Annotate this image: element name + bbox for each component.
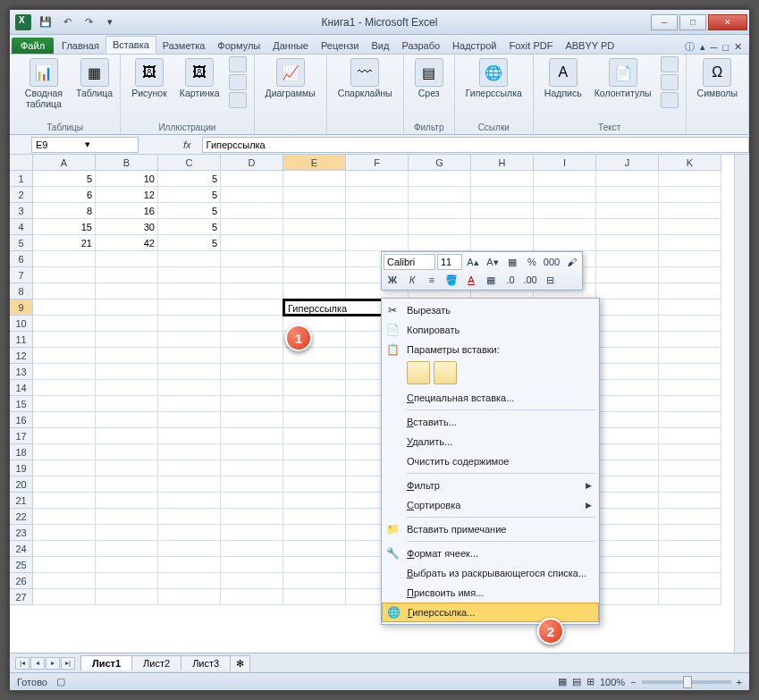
col-header-A[interactable]: A (33, 155, 96, 171)
cell[interactable] (221, 460, 283, 477)
col-header-K[interactable]: K (659, 155, 721, 171)
cell[interactable] (659, 283, 721, 299)
cell[interactable] (96, 299, 158, 316)
cell[interactable] (221, 316, 283, 332)
cell[interactable] (596, 219, 659, 235)
font-size-selector[interactable]: 11 (437, 254, 462, 270)
cell[interactable] (221, 299, 283, 316)
row-header-23[interactable]: 23 (10, 525, 33, 541)
cell[interactable] (659, 187, 721, 203)
col-header-D[interactable]: D (221, 155, 283, 171)
row-header-27[interactable]: 27 (10, 589, 33, 605)
cell[interactable] (596, 380, 659, 396)
cell[interactable] (409, 187, 471, 203)
cell[interactable] (96, 332, 158, 348)
cell[interactable] (659, 235, 721, 251)
cell[interactable] (221, 573, 283, 589)
cell[interactable] (96, 283, 158, 299)
context-menu-item[interactable]: 🔧Формат ячеек... (382, 544, 599, 563)
tab-insert[interactable]: Вставка (105, 36, 156, 54)
formula-input[interactable]: Гиперссылка (202, 137, 749, 153)
cell[interactable] (96, 477, 158, 493)
row-header-11[interactable]: 11 (10, 332, 33, 348)
zoom-out-icon[interactable]: − (630, 677, 636, 687)
cell[interactable] (158, 267, 221, 283)
cell[interactable] (283, 364, 346, 380)
format-painter-icon[interactable]: 🖌 (562, 254, 580, 270)
select-all-cell[interactable] (10, 155, 33, 171)
cell[interactable] (96, 541, 158, 557)
cell[interactable] (96, 573, 158, 589)
macro-record-icon[interactable]: ▢ (56, 676, 65, 687)
cell[interactable] (33, 460, 96, 477)
cell[interactable]: 15 (33, 219, 96, 235)
cell[interactable] (33, 477, 96, 493)
cell[interactable] (33, 348, 96, 364)
redo-icon[interactable]: ↷ (80, 13, 97, 31)
name-box-dropdown-icon[interactable]: ▾ (85, 139, 134, 150)
cell[interactable] (471, 203, 534, 219)
cell[interactable] (96, 509, 158, 525)
name-box[interactable]: E9▾ (31, 137, 139, 153)
cell[interactable] (221, 171, 283, 187)
cell[interactable] (659, 557, 721, 573)
clipart-button[interactable]: 🖼Картинка (176, 56, 223, 101)
cell[interactable] (534, 235, 596, 251)
cell[interactable] (221, 364, 283, 380)
cell[interactable] (596, 557, 659, 573)
tab-home[interactable]: Главная (55, 38, 105, 54)
cell[interactable] (96, 493, 158, 509)
cell[interactable] (596, 251, 659, 267)
percent-icon[interactable]: % (523, 254, 541, 270)
row-header-18[interactable]: 18 (10, 444, 33, 460)
cell[interactable] (158, 396, 221, 412)
table-button[interactable]: ▦Таблица (76, 56, 113, 101)
cell[interactable] (33, 573, 96, 589)
cell[interactable] (596, 171, 659, 187)
cell[interactable] (596, 332, 659, 348)
cell[interactable] (283, 493, 346, 509)
cell[interactable] (596, 412, 659, 428)
cell[interactable] (33, 316, 96, 332)
close-button[interactable]: ✕ (708, 14, 747, 30)
cell[interactable] (659, 589, 721, 605)
row-header-16[interactable]: 16 (10, 412, 33, 428)
cell[interactable] (659, 412, 721, 428)
view-pagebreak-icon[interactable]: ⊞ (586, 676, 595, 687)
cell[interactable] (96, 348, 158, 364)
context-menu-item[interactable]: Фильтр▶ (382, 476, 599, 495)
cell[interactable] (221, 509, 283, 525)
cell[interactable]: 10 (96, 171, 158, 187)
cell[interactable] (221, 557, 283, 573)
cell[interactable] (96, 380, 158, 396)
paste-option-icon[interactable] (407, 361, 430, 384)
cell[interactable] (659, 460, 721, 477)
maximize-button[interactable]: □ (679, 14, 706, 30)
cell[interactable] (409, 235, 471, 251)
cell[interactable] (158, 380, 221, 396)
context-menu-item[interactable]: ✂Вырезать (382, 300, 599, 320)
row-header-21[interactable]: 21 (10, 493, 33, 509)
row-header-10[interactable]: 10 (10, 316, 33, 332)
cell[interactable] (96, 364, 158, 380)
tab-addins[interactable]: Надстрой (446, 38, 502, 54)
row-header-17[interactable]: 17 (10, 428, 33, 444)
cell[interactable] (534, 187, 596, 203)
cell[interactable] (659, 267, 721, 283)
context-menu-item[interactable]: 📁Вставить примечание (382, 519, 599, 539)
smartart-icon[interactable] (229, 74, 247, 90)
next-sheet-icon[interactable]: ▸ (46, 657, 60, 670)
cell[interactable] (283, 187, 346, 203)
cell[interactable] (33, 557, 96, 573)
paste-option-icon[interactable] (434, 361, 457, 384)
cell[interactable] (96, 428, 158, 444)
row-header-24[interactable]: 24 (10, 541, 33, 557)
row-header-15[interactable]: 15 (10, 396, 33, 412)
tab-view[interactable]: Вид (366, 38, 396, 54)
undo-icon[interactable]: ↶ (58, 13, 76, 31)
row-header-1[interactable]: 1 (10, 171, 33, 187)
row-header-14[interactable]: 14 (10, 380, 33, 396)
cell[interactable]: 30 (96, 219, 158, 235)
cell[interactable] (596, 573, 659, 589)
cell[interactable] (659, 299, 721, 316)
